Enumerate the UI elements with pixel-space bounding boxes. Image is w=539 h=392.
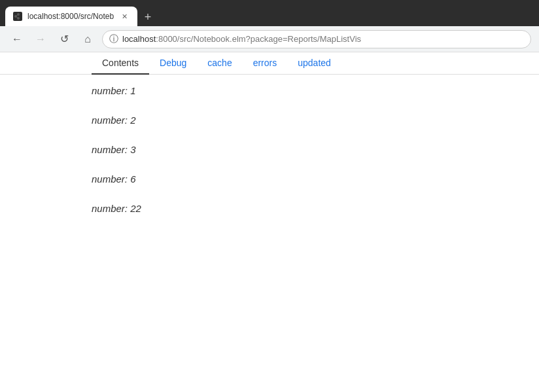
info-icon: ⓘ [109,33,118,45]
tab-bar: localhost:8000/src/Noteb ✕ + [5,0,157,26]
list-item: number: 2 [92,115,447,126]
content-area: number: 1 number: 2 number: 3 number: 6 … [0,75,539,243]
browser-chrome: localhost:8000/src/Noteb ✕ + [0,0,539,26]
address-host: localhost [122,34,156,44]
reload-button[interactable]: ↺ [55,30,73,48]
number-value-4: 6 [130,173,135,185]
tab-errors[interactable]: errors [243,52,288,74]
navigation-bar: ← → ↺ ⌂ ⓘ localhost:8000/src/Notebook.el… [0,26,539,52]
tab-favicon-icon [13,12,22,21]
tab-cache[interactable]: cache [197,52,242,74]
number-label-2: number: [92,115,128,126]
number-label-4: number: [92,173,128,185]
active-tab[interactable]: localhost:8000/src/Noteb ✕ [5,7,137,26]
list-item: number: 22 [92,203,447,214]
number-label-5: number: [92,203,128,214]
forward-button[interactable]: → [31,30,50,48]
page-content: Contents Debug cache errors updated numb… [0,52,539,392]
forward-icon: → [35,33,46,45]
tab-debug[interactable]: Debug [149,52,197,74]
number-label-1: number: [92,85,128,96]
tab-updated[interactable]: updated [287,52,341,74]
back-button[interactable]: ← [8,30,26,48]
tab-contents[interactable]: Contents [92,52,149,75]
address-bar[interactable]: ⓘ localhost:8000/src/Notebook.elm?packag… [102,30,531,48]
new-tab-button[interactable]: + [139,8,157,26]
number-value-5: 22 [130,203,141,214]
home-button[interactable]: ⌂ [78,30,97,48]
number-value-1: 1 [130,85,135,96]
home-icon: ⌂ [84,33,91,45]
list-item: number: 1 [92,85,447,96]
tab-close-button[interactable]: ✕ [119,11,130,22]
back-icon: ← [12,33,22,45]
address-url: localhost:8000/src/Notebook.elm?package=… [122,34,361,44]
address-path: :8000/src/Notebook.elm?package=Reports/M… [156,34,361,44]
tab-title: localhost:8000/src/Noteb [27,12,114,21]
list-item: number: 6 [92,173,447,185]
number-value-2: 2 [130,115,135,126]
list-item: number: 3 [92,144,447,155]
number-label-3: number: [92,144,128,155]
reload-icon: ↺ [60,33,69,45]
number-value-3: 3 [130,144,135,155]
page-tabs: Contents Debug cache errors updated [0,52,539,75]
